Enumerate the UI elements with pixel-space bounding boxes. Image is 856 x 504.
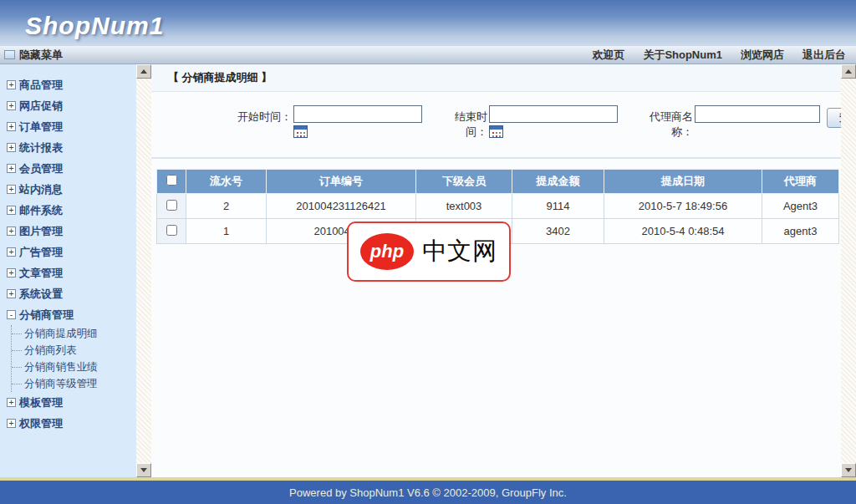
tree-expand-icon[interactable]: + <box>7 185 16 194</box>
footer: Powered by ShopNum1 V6.6 © 2002-2009, Gr… <box>0 481 856 504</box>
hide-menu-button[interactable]: 隐藏菜单 <box>19 48 63 63</box>
sidebar-item-reports[interactable]: +统计报表 <box>0 137 136 158</box>
tree-expand-icon[interactable]: + <box>7 122 16 131</box>
end-time-label: 结束时间： <box>446 109 487 140</box>
sidebar-item-products[interactable]: +商品管理 <box>0 74 136 95</box>
row-checkbox[interactable] <box>166 200 177 211</box>
calendar-icon[interactable] <box>489 125 503 138</box>
cell-serial: 2 <box>186 194 267 219</box>
title-bar: 【 分销商提成明细 】 <box>151 64 841 92</box>
calendar-icon[interactable] <box>293 125 308 138</box>
scroll-up-button[interactable] <box>136 64 151 79</box>
tree-expand-icon[interactable]: + <box>7 227 16 236</box>
tree-expand-icon[interactable]: + <box>7 398 16 407</box>
tree-expand-icon[interactable]: + <box>7 164 16 173</box>
tree-expand-icon[interactable]: + <box>7 419 16 428</box>
php-cn-watermark: php 中文网 <box>347 221 511 282</box>
start-time-input[interactable] <box>293 105 422 123</box>
app-header: ShopNum1 <box>0 0 856 46</box>
tree-collapse-icon[interactable]: - <box>7 310 16 319</box>
table-row: 2 201004231126421 text003 9114 2010-5-7 … <box>157 194 839 219</box>
sidebar-item-articles[interactable]: +文章管理 <box>0 262 136 283</box>
sidebar-item-commission-detail[interactable]: 分销商提成明细 <box>12 325 136 342</box>
scroll-down-button[interactable] <box>136 463 151 477</box>
page: ShopNum1 隐藏菜单 欢迎页 关于ShopNum1 浏览网店 退出后台 +… <box>0 0 856 504</box>
scroll-up-button[interactable] <box>841 64 856 79</box>
link-welcome[interactable]: 欢迎页 <box>592 48 624 63</box>
cell-agent: agent3 <box>762 219 839 244</box>
php-logo-icon: php <box>360 233 414 270</box>
search-button[interactable]: 查询 <box>827 108 841 128</box>
watermark-text: 中文网 <box>422 235 497 268</box>
link-about[interactable]: 关于ShopNum1 <box>643 48 722 63</box>
sidebar-scrollbar[interactable] <box>136 64 151 477</box>
sidebar-item-distributors[interactable]: -分销商管理 <box>0 304 136 325</box>
sidebar-item-promotion[interactable]: +网店促销 <box>0 95 136 116</box>
content-scrollbar[interactable] <box>841 64 856 477</box>
link-view-shop[interactable]: 浏览网店 <box>741 48 784 63</box>
col-order-no: 订单编号 <box>267 170 416 194</box>
tree-expand-icon[interactable]: + <box>7 206 16 215</box>
col-amount: 提成金额 <box>512 170 604 194</box>
sidebar-item-permissions[interactable]: +权限管理 <box>0 413 136 434</box>
cell-agent: Agent3 <box>762 194 839 219</box>
agent-name-input[interactable] <box>695 105 820 123</box>
start-time-group: 开始时间： <box>235 105 422 138</box>
select-all-checkbox[interactable] <box>166 175 177 186</box>
col-agent: 代理商 <box>762 170 839 194</box>
end-time-input[interactable] <box>489 105 618 123</box>
footer-text: Powered by ShopNum1 V6.6 © 2002-2009, Gr… <box>289 486 567 499</box>
top-links: 欢迎页 关于ShopNum1 浏览网店 退出后台 <box>592 48 846 63</box>
sidebar-item-members[interactable]: +会员管理 <box>0 158 136 179</box>
tree-expand-icon[interactable]: + <box>7 101 16 110</box>
window-icon <box>4 50 15 59</box>
tree-expand-icon[interactable]: + <box>7 289 16 298</box>
tree-expand-icon[interactable]: + <box>7 143 16 152</box>
cell-order-no: 201004231126421 <box>267 194 416 219</box>
agent-name-label: 代理商名称： <box>641 109 693 140</box>
sidebar-item-settings[interactable]: +系统设置 <box>0 283 136 304</box>
sidebar-menu: +商品管理 +网店促销 +订单管理 +统计报表 +会员管理 +站内消息 +邮件系… <box>0 64 136 477</box>
cell-serial: 1 <box>186 219 267 244</box>
tree-expand-icon[interactable]: + <box>7 268 16 277</box>
sidebar-item-ads[interactable]: +广告管理 <box>0 242 136 262</box>
cell-date: 2010-5-4 0:48:54 <box>604 219 762 244</box>
tree-expand-icon[interactable]: + <box>7 80 16 89</box>
scroll-down-button[interactable] <box>841 463 856 477</box>
sidebar-item-sales-performance[interactable]: 分销商销售业绩 <box>12 359 136 375</box>
sidebar-item-mail[interactable]: +邮件系统 <box>0 200 136 221</box>
end-time-group: 结束时间： <box>446 105 618 140</box>
sidebar-item-distributor-list[interactable]: 分销商列表 <box>12 342 136 359</box>
link-logout[interactable]: 退出后台 <box>802 48 846 63</box>
sidebar-item-templates[interactable]: +模板管理 <box>0 392 136 413</box>
cell-amount: 9114 <box>512 194 604 219</box>
col-member: 下级会员 <box>416 170 512 194</box>
tree-expand-icon[interactable]: + <box>7 247 16 257</box>
table-header-row: 流水号 订单编号 下级会员 提成金额 提成日期 代理商 <box>157 170 839 194</box>
page-title: 【 分销商提成明细 】 <box>168 70 272 85</box>
sidebar-item-level-management[interactable]: 分销商等级管理 <box>12 375 136 392</box>
start-time-label: 开始时间： <box>235 109 292 125</box>
sidebar-item-messages[interactable]: +站内消息 <box>0 179 136 200</box>
row-checkbox[interactable] <box>166 225 177 236</box>
cell-date: 2010-5-7 18:49:56 <box>604 194 762 219</box>
col-date: 提成日期 <box>604 170 762 194</box>
distributor-submenu: 分销商提成明细 分销商列表 分销商销售业绩 分销商等级管理 <box>11 325 136 392</box>
col-serial: 流水号 <box>186 170 267 194</box>
top-menu-bar: 隐藏菜单 欢迎页 关于ShopNum1 浏览网店 退出后台 <box>0 46 856 64</box>
shopnum1-logo: ShopNum1 <box>25 12 164 40</box>
sidebar-item-orders[interactable]: +订单管理 <box>0 116 136 137</box>
sidebar-item-images[interactable]: +图片管理 <box>0 221 136 242</box>
cell-amount: 3402 <box>512 219 604 244</box>
agent-name-group: 代理商名称： 查询 <box>641 105 841 140</box>
cell-member: text003 <box>416 194 512 219</box>
search-form: 开始时间： 结束时间： 代理商名称： <box>151 92 841 159</box>
